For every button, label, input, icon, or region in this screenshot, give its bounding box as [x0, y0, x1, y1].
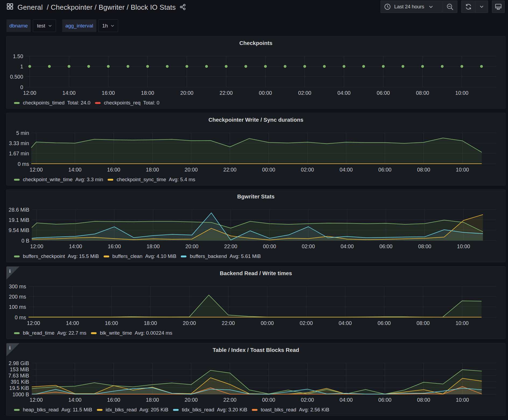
svg-text:10:00: 10:00 — [455, 90, 468, 96]
svg-text:20:00: 20:00 — [185, 397, 198, 403]
svg-text:08:00: 08:00 — [416, 90, 429, 96]
svg-text:02:00: 02:00 — [298, 90, 311, 96]
svg-text:20:00: 20:00 — [185, 167, 198, 173]
svg-text:12:00: 12:00 — [23, 90, 36, 96]
svg-text:5 min: 5 min — [16, 130, 29, 136]
svg-text:0.500: 0.500 — [10, 74, 23, 80]
svg-text:18:00: 18:00 — [146, 167, 159, 173]
svg-text:14:00: 14:00 — [66, 320, 79, 326]
svg-text:391 KiB: 391 KiB — [11, 379, 29, 385]
svg-text:02:00: 02:00 — [301, 167, 314, 173]
svg-text:20:00: 20:00 — [183, 320, 196, 326]
svg-text:1.67 min: 1.67 min — [9, 150, 29, 156]
svg-text:08:00: 08:00 — [417, 320, 430, 326]
svg-text:00:00: 00:00 — [259, 90, 272, 96]
svg-text:100 ms: 100 ms — [9, 304, 26, 310]
svg-text:10:00: 10:00 — [456, 167, 469, 173]
svg-text:16:00: 16:00 — [108, 243, 121, 249]
svg-text:18:00: 18:00 — [144, 320, 157, 326]
svg-text:9.54 MiB: 9.54 MiB — [9, 227, 29, 233]
svg-text:i: i — [9, 345, 11, 351]
svg-text:00:00: 00:00 — [262, 397, 275, 403]
svg-text:22:00: 22:00 — [222, 320, 235, 326]
svg-text:14:00: 14:00 — [62, 90, 76, 96]
svg-text:10:00: 10:00 — [456, 397, 469, 403]
svg-text:28.6 MiB: 28.6 MiB — [9, 207, 29, 213]
svg-text:14:00: 14:00 — [69, 243, 82, 249]
svg-text:06:00: 06:00 — [377, 90, 390, 96]
svg-text:00:00: 00:00 — [261, 320, 274, 326]
svg-text:12:00: 12:00 — [30, 167, 43, 173]
svg-text:00:00: 00:00 — [262, 167, 275, 173]
svg-text:20:00: 20:00 — [185, 243, 199, 249]
svg-text:22:00: 22:00 — [223, 167, 237, 173]
svg-text:16:00: 16:00 — [107, 167, 120, 173]
svg-text:12:00: 12:00 — [30, 397, 43, 403]
svg-text:20:00: 20:00 — [180, 90, 193, 96]
svg-text:200 ms: 200 ms — [9, 294, 26, 300]
svg-text:14:00: 14:00 — [68, 167, 82, 173]
svg-text:18:00: 18:00 — [147, 243, 160, 249]
svg-text:12:00: 12:00 — [27, 320, 40, 326]
svg-text:1.50: 1.50 — [13, 53, 23, 59]
svg-text:22:00: 22:00 — [223, 397, 237, 403]
svg-text:7.63 MiB: 7.63 MiB — [8, 373, 29, 379]
svg-text:00:00: 00:00 — [263, 243, 276, 249]
svg-text:08:00: 08:00 — [417, 397, 430, 403]
svg-text:0 B: 0 B — [22, 238, 29, 244]
svg-text:19.5 KiB: 19.5 KiB — [9, 385, 29, 391]
svg-text:04:00: 04:00 — [340, 167, 353, 173]
svg-text:22:00: 22:00 — [220, 90, 233, 96]
svg-text:02:00: 02:00 — [302, 243, 315, 249]
svg-text:06:00: 06:00 — [378, 167, 391, 173]
svg-text:1: 1 — [20, 64, 23, 69]
svg-text:04:00: 04:00 — [341, 243, 354, 249]
svg-text:16:00: 16:00 — [107, 397, 120, 403]
svg-text:08:00: 08:00 — [417, 167, 430, 173]
svg-text:0: 0 — [20, 84, 23, 90]
svg-text:04:00: 04:00 — [338, 320, 352, 326]
svg-text:04:00: 04:00 — [340, 397, 353, 403]
svg-text:153 MiB: 153 MiB — [10, 366, 29, 372]
svg-text:1000 B: 1000 B — [12, 391, 29, 397]
svg-text:06:00: 06:00 — [378, 397, 391, 403]
svg-text:02:00: 02:00 — [300, 320, 313, 326]
svg-text:2.98 GiB: 2.98 GiB — [9, 360, 29, 366]
svg-text:08:00: 08:00 — [418, 243, 431, 249]
svg-text:19.1 MiB: 19.1 MiB — [9, 217, 29, 223]
svg-text:i: i — [9, 268, 11, 274]
svg-text:3.33 min: 3.33 min — [9, 140, 29, 146]
svg-text:12:00: 12:00 — [30, 243, 43, 249]
svg-text:10:00: 10:00 — [457, 243, 470, 249]
svg-text:18:00: 18:00 — [146, 397, 159, 403]
svg-text:18:00: 18:00 — [141, 90, 154, 96]
svg-text:0 ms: 0 ms — [18, 161, 29, 167]
svg-text:02:00: 02:00 — [301, 397, 314, 403]
svg-text:04:00: 04:00 — [337, 90, 351, 96]
svg-text:16:00: 16:00 — [105, 320, 118, 326]
svg-text:14:00: 14:00 — [68, 397, 82, 403]
svg-text:300 ms: 300 ms — [9, 284, 26, 289]
svg-text:16:00: 16:00 — [102, 90, 115, 96]
svg-text:0 ms: 0 ms — [15, 314, 26, 320]
svg-text:06:00: 06:00 — [378, 320, 391, 326]
svg-text:10:00: 10:00 — [456, 320, 469, 326]
svg-text:22:00: 22:00 — [224, 243, 237, 249]
svg-text:06:00: 06:00 — [379, 243, 393, 249]
